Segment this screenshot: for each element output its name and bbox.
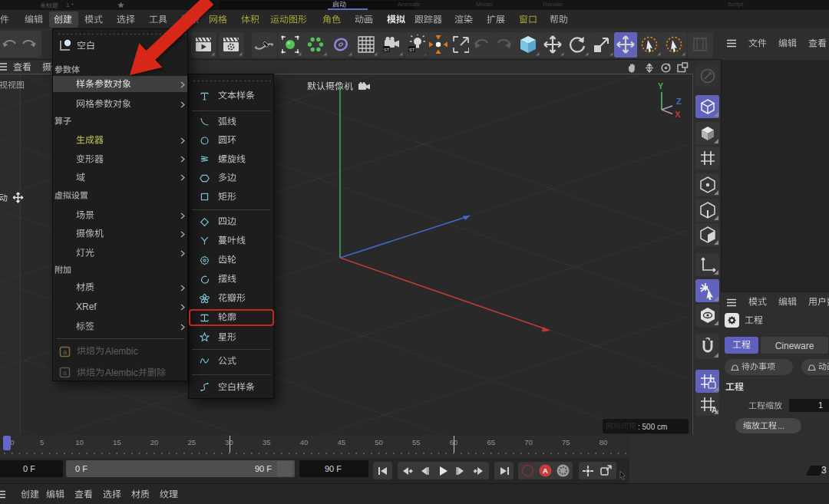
svg-text:A: A <box>543 466 548 475</box>
svg-text:a: a <box>63 369 67 377</box>
svg-text:A: A <box>712 406 717 413</box>
svg-text:ST: ST <box>409 48 415 52</box>
svg-text:a: a <box>63 348 67 356</box>
svg-text:ST: ST <box>384 48 390 52</box>
